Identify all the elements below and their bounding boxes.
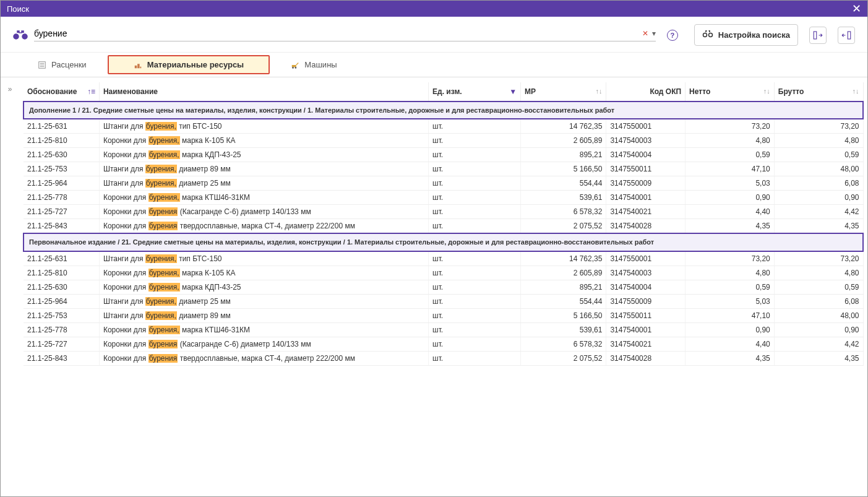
cell-name: Коронки для бурения твердосплавные, марк… <box>99 219 428 234</box>
cell-mr: 6 578,32 <box>521 337 606 351</box>
table-row[interactable]: 21.1-25-810Коронки для бурения, марка К-… <box>24 266 863 280</box>
window-title: Поиск <box>7 4 852 14</box>
cell-okp: 3147540003 <box>606 134 685 148</box>
panel-toggle-left-button[interactable] <box>809 27 827 44</box>
tabs: Расценки Материальные ресурсы Машины <box>1 53 867 77</box>
cell-mr: 2 075,52 <box>521 351 606 365</box>
highlighted-term: бурения, <box>148 283 180 292</box>
cell-okp: 3147540004 <box>606 148 685 162</box>
highlighted-term: бурения, <box>148 269 180 277</box>
search-input[interactable] <box>34 28 642 38</box>
search-settings-button[interactable]: Настройка поиска <box>694 24 798 46</box>
tab-materials[interactable]: Материальные ресурсы <box>108 55 270 74</box>
tab-pricing[interactable]: Расценки <box>19 53 105 77</box>
highlighted-term: бурения, <box>145 297 177 306</box>
table-row[interactable]: 21.1-25-964Штанги для бурения, диаметр 2… <box>24 294 863 308</box>
help-icon[interactable]: ? <box>667 30 678 41</box>
highlighted-term: бурения <box>148 222 178 230</box>
highlighted-term: бурения <box>148 354 178 363</box>
cell-brutto: 4,80 <box>774 266 863 280</box>
cell-name: Коронки для бурения, марка КТШ46-31КМ <box>99 191 428 205</box>
col-okp[interactable]: Код ОКП <box>606 82 685 102</box>
svg-rect-5 <box>848 32 851 39</box>
table-row[interactable]: 21.1-25-964Штанги для бурения, диаметр 2… <box>24 176 863 191</box>
cell-unit: шт. <box>429 322 521 337</box>
col-unit[interactable]: Ед. изм.▼ <box>429 82 521 102</box>
cell-netto: 4,35 <box>685 351 775 365</box>
table-row[interactable]: 21.1-25-778Коронки для бурения, марка КТ… <box>24 322 863 337</box>
cell-obosn: 21.1-25-810 <box>24 134 99 148</box>
cell-name: Штанги для бурения, диаметр 89 мм <box>99 308 428 322</box>
cell-mr: 539,61 <box>521 191 606 205</box>
close-icon[interactable]: ✕ <box>852 2 861 15</box>
cell-mr: 2 605,89 <box>521 134 606 148</box>
table-row[interactable]: 21.1-25-843Коронки для бурения твердоспл… <box>24 351 863 365</box>
table-row[interactable]: 21.1-25-753Штанги для бурения, диаметр 8… <box>24 162 863 176</box>
cell-netto: 0,90 <box>685 191 775 205</box>
col-brutto[interactable]: Брутто↑↓ <box>774 82 863 102</box>
table-row[interactable]: 21.1-25-630Коронки для бурения, марка КД… <box>24 148 863 162</box>
cell-name: Коронки для бурения, марка К-105 КА <box>99 266 428 280</box>
tab-machines[interactable]: Машины <box>272 53 355 77</box>
cell-obosn: 21.1-25-727 <box>24 205 99 219</box>
cell-name: Штанги для бурения, тип БТС-150 <box>99 251 428 266</box>
search-window: Поиск ✕ ✕ ▾ ? Настройка поиска <box>0 0 868 497</box>
cell-brutto: 0,59 <box>774 148 863 162</box>
cell-name: Коронки для бурения, марка КДП-43-25 <box>99 280 428 294</box>
cell-name: Штанги для бурения, диаметр 89 мм <box>99 162 428 176</box>
cell-brutto: 4,80 <box>774 134 863 148</box>
table-row[interactable]: 21.1-25-631Штанги для бурения, тип БТС-1… <box>24 251 863 266</box>
svg-rect-10 <box>292 65 296 67</box>
cell-okp: 3147540004 <box>606 280 685 294</box>
tab-pricing-label: Расценки <box>51 60 87 69</box>
table-row[interactable]: 21.1-25-843Коронки для бурения твердоспл… <box>24 219 863 234</box>
expand-icon: » <box>8 85 12 93</box>
cell-netto: 73,20 <box>685 119 775 134</box>
cell-okp: 3147540028 <box>606 219 685 234</box>
cell-mr: 895,21 <box>521 280 606 294</box>
cell-mr: 6 578,32 <box>521 205 606 219</box>
cell-okp: 3147550009 <box>606 176 685 191</box>
cell-obosn: 21.1-25-964 <box>24 294 99 308</box>
cell-okp: 3147550009 <box>606 294 685 308</box>
panel-toggle-right-button[interactable] <box>838 27 855 44</box>
cell-netto: 73,20 <box>685 251 775 266</box>
cell-obosn: 21.1-25-843 <box>24 351 99 365</box>
col-mr[interactable]: МР↑↓ <box>521 82 606 102</box>
svg-point-11 <box>292 67 294 69</box>
cell-obosn: 21.1-25-753 <box>24 308 99 322</box>
cell-okp: 3147540001 <box>606 322 685 337</box>
table-row[interactable]: 21.1-25-810Коронки для бурения, марка К-… <box>24 134 863 148</box>
group-header-row[interactable]: Первоначальное издание / 21. Средние сме… <box>24 233 863 251</box>
cell-unit: шт. <box>429 337 521 351</box>
cell-netto: 47,10 <box>685 162 775 176</box>
cell-unit: шт. <box>429 351 521 365</box>
highlighted-term: бурения, <box>145 122 177 131</box>
titlebar: Поиск ✕ <box>1 1 867 17</box>
dropdown-icon[interactable]: ▾ <box>652 29 656 38</box>
col-name[interactable]: Наименование <box>99 82 428 102</box>
toolbar: ✕ ▾ ? Настройка поиска <box>1 17 867 53</box>
col-obosn[interactable]: Обоснование↑≡ <box>24 82 99 102</box>
cell-obosn: 21.1-25-843 <box>24 219 99 234</box>
group-header-row[interactable]: Дополнение 1 / 21. Средние сметные цены … <box>24 102 863 119</box>
cell-netto: 4,80 <box>685 266 775 280</box>
cell-obosn: 21.1-25-964 <box>24 176 99 191</box>
table-row[interactable]: 21.1-25-778Коронки для бурения, марка КТ… <box>24 191 863 205</box>
table-row[interactable]: 21.1-25-631Штанги для бурения, тип БТС-1… <box>24 119 863 134</box>
filter-icon[interactable]: ▼ <box>509 87 517 96</box>
clear-icon[interactable]: ✕ <box>642 29 648 38</box>
table-row[interactable]: 21.1-25-753Штанги для бурения, диаметр 8… <box>24 308 863 322</box>
cell-obosn: 21.1-25-631 <box>24 251 99 266</box>
highlighted-term: бурения, <box>145 311 177 320</box>
sidebar-expander[interactable]: » <box>1 77 19 496</box>
cell-brutto: 48,00 <box>774 162 863 176</box>
table-row[interactable]: 21.1-25-630Коронки для бурения, марка КД… <box>24 280 863 294</box>
col-netto[interactable]: Нетто↑↓ <box>685 82 775 102</box>
table-row[interactable]: 21.1-25-727Коронки для бурения (Касагран… <box>24 337 863 351</box>
cell-mr: 14 762,35 <box>521 251 606 266</box>
cell-obosn: 21.1-25-753 <box>24 162 99 176</box>
cell-okp: 3147540001 <box>606 191 685 205</box>
table-row[interactable]: 21.1-25-727Коронки для бурения (Касагран… <box>24 205 863 219</box>
svg-rect-4 <box>814 32 817 39</box>
